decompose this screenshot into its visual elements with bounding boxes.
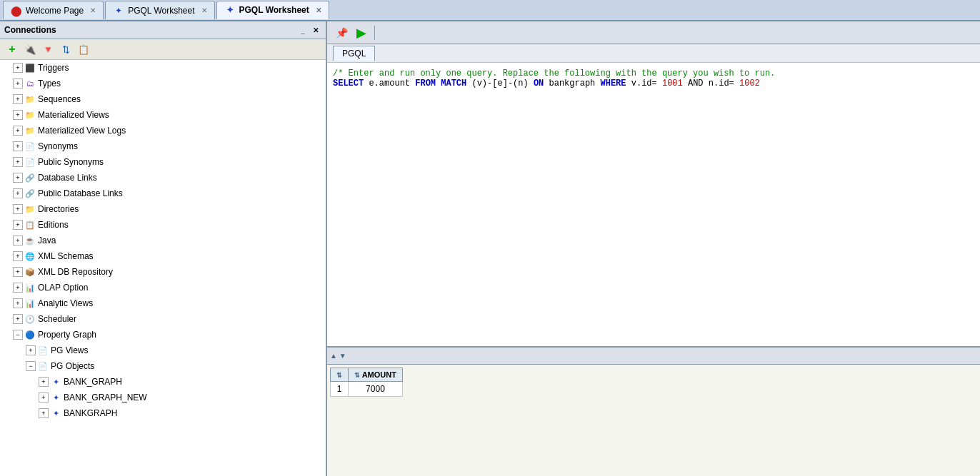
tree-item-pg-views[interactable]: + 📄 PG Views: [0, 343, 326, 358]
property-graph-label: Property Graph: [38, 328, 96, 341]
mat-view-logs-icon: 📁: [24, 125, 36, 136]
tree-item-analytic-views[interactable]: + 📊 Analytic Views: [0, 295, 326, 311]
tab-welcome[interactable]: ⬤ Welcome Page ✕: [3, 1, 104, 19]
mat-views-icon: 📁: [24, 109, 36, 121]
expand-pub-db-links[interactable]: +: [13, 188, 23, 198]
pgql-sub-tab[interactable]: PGQL: [333, 46, 375, 61]
tab-pgql1-close[interactable]: ✕: [201, 6, 207, 14]
tree-item-java[interactable]: + ☕ Java: [0, 233, 326, 248]
synonyms-icon: 📄: [24, 141, 36, 152]
tree-item-editions[interactable]: + 📋 Editions: [0, 217, 326, 233]
tree-item-sequences[interactable]: + 📁 Sequences: [0, 91, 326, 107]
tab-pgql1[interactable]: ✦ PGQL Worksheet ✕: [105, 1, 214, 19]
expand-types[interactable]: +: [13, 79, 23, 88]
tree-item-property-graph[interactable]: − 🔵 Property Graph: [0, 327, 326, 343]
xml-db-label: XML DB Repository: [38, 265, 113, 278]
expand-mat-views[interactable]: +: [13, 110, 23, 120]
java-icon: ☕: [24, 235, 36, 246]
analytic-views-label: Analytic Views: [38, 297, 93, 310]
pgql1-tab-icon: ✦: [113, 5, 124, 16]
expand-bankgraph[interactable]: +: [39, 408, 49, 418]
expand-pg-objects[interactable]: −: [26, 361, 36, 371]
tree-item-pub-synonyms[interactable]: + 📄 Public Synonyms: [0, 154, 326, 170]
types-label: Types: [38, 77, 61, 90]
expand-sequences[interactable]: +: [13, 94, 23, 104]
editor-line2: SELECT e.amount FROM MATCH (v)-[e]-(n) O…: [333, 79, 974, 88]
tree-item-triggers[interactable]: + ⬛ Triggers: [0, 60, 326, 76]
col-rownum-header[interactable]: ⇅: [331, 368, 349, 382]
expand-java[interactable]: +: [13, 236, 23, 245]
tree-item-pub-db-links[interactable]: + 🔗 Public Database Links: [0, 186, 326, 201]
tab-welcome-close[interactable]: ✕: [90, 6, 96, 14]
expand-triggers[interactable]: +: [13, 63, 23, 73]
expand-mat-view-logs[interactable]: +: [13, 126, 23, 136]
col-amount-header[interactable]: ⇅ AMOUNT: [349, 368, 403, 382]
keyword-select: SELECT: [333, 79, 364, 88]
expand-synonyms[interactable]: +: [13, 141, 23, 151]
expand-directories[interactable]: +: [13, 204, 23, 214]
editions-icon: 📋: [24, 219, 36, 231]
pg-objects-label: PG Objects: [51, 360, 94, 373]
expand-olap[interactable]: +: [13, 283, 23, 293]
pub-synonyms-label: Public Synonyms: [38, 156, 104, 168]
expand-property-graph[interactable]: −: [13, 330, 23, 340]
tree-item-xml-db[interactable]: + 📦 XML DB Repository: [0, 264, 326, 280]
expand-xml-db[interactable]: +: [13, 267, 23, 277]
sequences-icon: 📁: [24, 93, 36, 105]
main-container: ⬤ Welcome Page ✕ ✦ PGQL Worksheet ✕ ✦ PG…: [0, 0, 980, 476]
run-button[interactable]: ▶: [353, 24, 370, 41]
sort-button[interactable]: ⇅: [58, 41, 74, 57]
tree-item-olap[interactable]: + 📊 OLAP Option: [0, 280, 326, 295]
refresh-button[interactable]: 🔌: [22, 41, 38, 57]
tree-item-bank-graph[interactable]: + ✦ BANK_GRAPH: [0, 374, 326, 390]
minimize-icon[interactable]: _: [297, 24, 309, 36]
tree-item-mat-view-logs[interactable]: + 📁 Materialized View Logs: [0, 123, 326, 138]
tree-item-mat-views[interactable]: + 📁 Materialized Views: [0, 107, 326, 123]
tree-item-scheduler[interactable]: + 🕐 Scheduler: [0, 311, 326, 327]
java-label: Java: [38, 234, 56, 247]
expand-editions[interactable]: +: [13, 220, 23, 230]
tree-item-bankgraph[interactable]: + ✦ BANKGRAPH: [0, 405, 326, 421]
tree-item-pg-objects[interactable]: − 📄 PG Objects: [0, 358, 326, 374]
tab-pgql2-close[interactable]: ✕: [316, 6, 321, 14]
scheduler-icon: 🕐: [24, 313, 36, 325]
expand-scheduler[interactable]: +: [13, 314, 23, 324]
bank-graph-icon: ✦: [50, 376, 61, 388]
expand-bank-graph-new[interactable]: +: [39, 393, 49, 402]
text-pattern: (v)-[e]-(n): [471, 79, 533, 88]
property-graph-icon: 🔵: [24, 329, 36, 340]
filter-button[interactable]: 🔻: [40, 41, 56, 57]
tab-bar: ⬤ Welcome Page ✕ ✦ PGQL Worksheet ✕ ✦ PG…: [0, 0, 980, 21]
pgql-tab-area: PGQL: [327, 44, 980, 63]
editor-area[interactable]: /* Enter and run only one query. Replace…: [327, 63, 980, 348]
types-icon: 🗂: [24, 78, 36, 89]
xml-schemas-label: XML Schemas: [38, 250, 94, 263]
pin-button[interactable]: 📌: [333, 24, 350, 41]
expand-pg-views[interactable]: +: [26, 345, 36, 355]
connections-tree[interactable]: + ⬛ Triggers + 🗂 Types + 📁 Sequences: [0, 60, 326, 476]
tree-item-db-links[interactable]: + 🔗 Database Links: [0, 170, 326, 186]
tab-pgql2[interactable]: ✦ PGQL Worksheet ✕: [216, 1, 329, 19]
tree-item-directories[interactable]: + 📁 Directories: [0, 201, 326, 217]
olap-icon: 📊: [24, 282, 36, 293]
tree-item-bank-graph-new[interactable]: + ✦ BANK_GRAPH_NEW: [0, 390, 326, 405]
add-connection-button[interactable]: +: [4, 41, 20, 57]
pg-views-icon: 📄: [37, 345, 49, 356]
expand-analytic-views[interactable]: +: [13, 298, 23, 308]
copy-button[interactable]: 📋: [76, 41, 91, 57]
expand-pub-synonyms[interactable]: +: [13, 157, 23, 167]
header-icons: _ ✕: [297, 24, 321, 36]
sort-amount-icon[interactable]: ⇅: [354, 372, 360, 379]
sort-rownum-icon[interactable]: ⇅: [336, 372, 342, 379]
expand-xml-schemas[interactable]: +: [13, 251, 23, 261]
tree-item-synonyms[interactable]: + 📄 Synonyms: [0, 138, 326, 154]
close-header-icon[interactable]: ✕: [310, 24, 321, 36]
expand-db-links[interactable]: +: [13, 173, 23, 183]
results-collapse-icon[interactable]: ▲ ▼: [330, 352, 346, 360]
expand-bank-graph[interactable]: +: [39, 377, 49, 387]
tree-item-xml-schemas[interactable]: + 🌐 XML Schemas: [0, 248, 326, 264]
tree-item-types[interactable]: + 🗂 Types: [0, 76, 326, 91]
cell-rownum: 1: [331, 382, 349, 397]
tab-pgql1-label: PGQL Worksheet: [128, 6, 194, 16]
db-links-icon: 🔗: [24, 172, 36, 183]
